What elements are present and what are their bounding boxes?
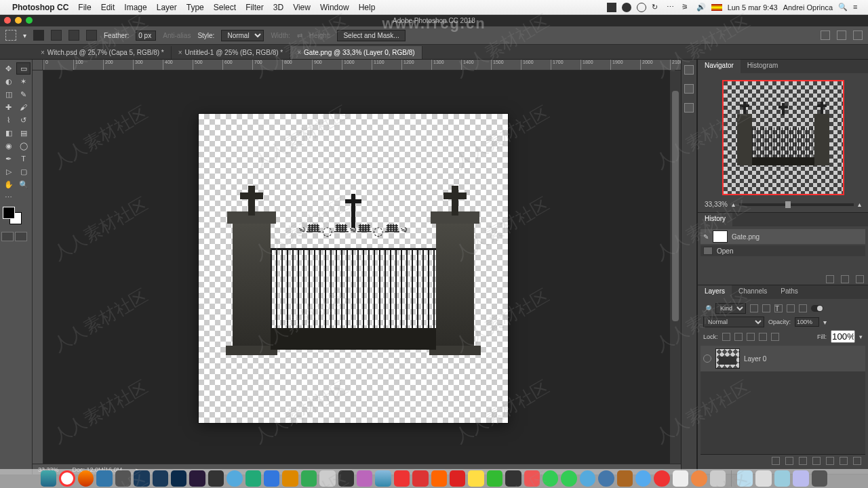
dock-app-icon[interactable] [673, 470, 688, 487]
ruler-origin[interactable] [33, 60, 43, 70]
panel-icon[interactable] [684, 65, 694, 75]
menu-icon[interactable]: ≡ [853, 3, 863, 12]
filter-pixel-icon[interactable] [750, 304, 758, 312]
selection-subtract-icon[interactable] [68, 30, 79, 41]
menu-view[interactable]: View [293, 3, 311, 12]
search-icon[interactable]: 🔍 [838, 3, 848, 12]
healing-tool-icon[interactable]: ✚ [1, 101, 16, 113]
move-tool-icon[interactable]: ✥ [1, 62, 16, 75]
layer-mask-icon[interactable] [799, 457, 807, 465]
trash-icon[interactable] [856, 275, 864, 283]
chevron-down-icon[interactable]: ▾ [823, 319, 827, 326]
menubar-extra-icon[interactable] [607, 3, 616, 12]
history-step[interactable]: Open [701, 245, 865, 256]
foreground-color-swatch[interactable] [3, 207, 15, 219]
close-icon[interactable]: × [178, 49, 182, 56]
dock-app-icon[interactable] [793, 470, 808, 487]
tab-histogram[interactable]: Histogram [741, 60, 785, 73]
screenmode-icon[interactable] [15, 232, 27, 241]
tab-history[interactable]: History [698, 213, 732, 226]
navigator-zoom[interactable]: 33,33% [705, 201, 728, 208]
menu-layer[interactable]: Layer [157, 3, 177, 12]
fill-input[interactable] [831, 330, 855, 343]
history-snapshot[interactable]: ✎ Gate.png [701, 229, 865, 244]
lock-transparency-icon[interactable] [722, 333, 730, 341]
dock-app-icon[interactable] [412, 470, 428, 487]
eyedropper-tool-icon[interactable]: ✎ [16, 88, 31, 100]
tab-navigator[interactable]: Navigator [698, 60, 741, 73]
opacity-input[interactable] [795, 317, 819, 327]
dock-app-icon[interactable] [598, 470, 614, 487]
chevron-down-icon[interactable]: ▾ [859, 333, 863, 340]
menubar-extra-icon[interactable] [622, 3, 631, 12]
traffic-lights[interactable] [4, 17, 33, 24]
layer-name[interactable]: Layer 0 [744, 355, 766, 363]
zoom-out-icon[interactable]: ▴ [732, 201, 735, 208]
navigator-thumbnail[interactable] [722, 80, 844, 195]
tab-channels[interactable]: Channels [732, 285, 774, 299]
dock-app-icon[interactable] [487, 470, 502, 487]
link-layers-icon[interactable] [772, 457, 780, 465]
new-layer-icon[interactable] [840, 457, 848, 465]
volume-icon[interactable]: 🔊 [696, 3, 706, 12]
layer-thumbnail[interactable] [715, 348, 740, 369]
menu-edit[interactable]: Edit [101, 3, 115, 12]
close-icon[interactable]: × [297, 49, 301, 56]
blur-tool-icon[interactable]: ◉ [1, 140, 16, 152]
dock-app-icon[interactable] [357, 470, 372, 487]
dock-app-icon[interactable] [226, 470, 242, 487]
filter-toggle-icon[interactable] [811, 305, 823, 312]
dock-app-icon[interactable] [774, 470, 790, 487]
dock-app-icon[interactable] [319, 470, 335, 487]
tool-preset-icon[interactable] [5, 30, 16, 41]
dock-app-icon[interactable] [208, 470, 224, 487]
visibility-icon[interactable] [703, 354, 711, 363]
dock-app-icon[interactable] [580, 470, 595, 487]
chevron-down-icon[interactable]: ▾ [23, 32, 26, 39]
filter-icon[interactable]: 🔎 [703, 305, 711, 312]
path-tool-icon[interactable]: ▷ [1, 165, 16, 178]
brush-tool-icon[interactable]: 🖌 [16, 101, 31, 113]
zoom-slider[interactable] [739, 203, 854, 206]
dock-app-icon[interactable] [468, 470, 484, 487]
zoom-in-icon[interactable]: ▴ [858, 201, 861, 208]
quick-select-tool-icon[interactable]: ✶ [16, 75, 31, 87]
stamp-tool-icon[interactable]: ⌇ [1, 114, 16, 126]
menubar-user[interactable]: Andrei Oprinca [783, 3, 833, 12]
layer-row[interactable]: Layer 0 [701, 346, 865, 371]
menu-help[interactable]: Help [359, 3, 376, 12]
dodge-tool-icon[interactable]: ◯ [16, 140, 31, 152]
feather-input[interactable] [136, 30, 156, 41]
dock-app-icon[interactable] [189, 470, 205, 487]
ruler-vertical[interactable] [33, 70, 43, 474]
quickmask-icon[interactable] [1, 232, 14, 241]
dock-app-icon[interactable] [78, 470, 94, 487]
menu-type[interactable]: Type [186, 3, 204, 12]
workspace-icon[interactable] [853, 30, 863, 40]
filter-adj-icon[interactable] [762, 304, 770, 312]
dock-app-icon[interactable] [654, 470, 669, 487]
search-icon[interactable] [821, 30, 830, 40]
selection-add-icon[interactable] [51, 30, 62, 41]
dock-app-icon[interactable] [338, 470, 354, 487]
dock-app-icon[interactable] [710, 470, 726, 487]
dock-app-icon[interactable] [115, 470, 131, 487]
document-tab[interactable]: ×Untitled-1 @ 25% (BG, RGB/8) * [172, 46, 291, 59]
dock-app-icon[interactable] [524, 470, 540, 487]
scrollbar-vertical[interactable] [670, 70, 681, 464]
dock-app-icon[interactable] [542, 470, 558, 487]
maximize-window-icon[interactable] [26, 17, 33, 24]
dock-app-icon[interactable] [691, 470, 707, 487]
lasso-tool-icon[interactable]: ◐ [1, 75, 16, 87]
blend-mode-select[interactable]: Normal [703, 317, 764, 327]
dock-app-icon[interactable] [450, 470, 465, 487]
menu-select[interactable]: Select [214, 3, 236, 12]
dock-app-icon[interactable] [282, 470, 298, 487]
edit-toolbar-icon[interactable]: ⋯ [1, 191, 16, 203]
history-brush-tool-icon[interactable]: ↺ [16, 114, 31, 126]
dock-app-icon[interactable] [96, 470, 112, 487]
dock-app-icon[interactable] [561, 470, 576, 487]
dock-app-icon[interactable] [41, 470, 56, 487]
lock-all-icon[interactable] [771, 333, 779, 341]
color-swatches[interactable] [1, 207, 28, 228]
